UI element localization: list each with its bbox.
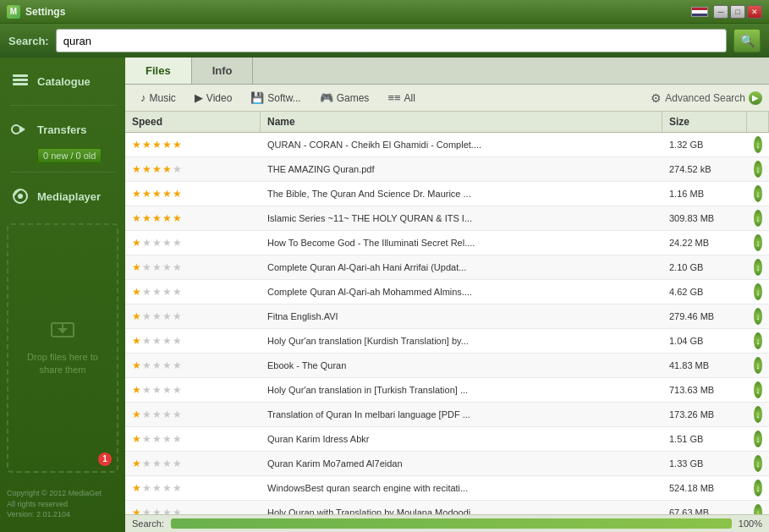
cell-download[interactable]: ↓ <box>747 354 769 377</box>
star-3: ★ <box>152 163 162 175</box>
star-1: ★ <box>132 212 141 224</box>
download-button[interactable]: ↓ <box>754 455 762 472</box>
advanced-search[interactable]: ⚙ Advanced Search ▶ <box>651 91 762 105</box>
star-3: ★ <box>152 409 162 420</box>
cell-download[interactable]: ↓ <box>747 304 769 328</box>
star-4: ★ <box>162 163 172 175</box>
header-name: Name <box>261 112 662 132</box>
cell-download[interactable]: ↓ <box>747 133 769 156</box>
table-row[interactable]: ★★★★★ Translation of Quran In melbari la… <box>125 403 769 427</box>
download-button[interactable]: ↓ <box>754 259 762 276</box>
maximize-button[interactable]: □ <box>730 5 745 19</box>
cell-download[interactable]: ↓ <box>747 206 769 230</box>
cell-size: 1.16 MB <box>662 182 747 206</box>
cell-speed: ★★★★★ <box>125 255 261 279</box>
cat-software[interactable]: 💾 Softw... <box>242 88 309 107</box>
download-button[interactable]: ↓ <box>754 210 762 227</box>
star-5: ★ <box>173 507 182 514</box>
table-row[interactable]: ★★★★★ Ebook - The Quran 41.83 MB ↓ <box>125 354 769 378</box>
download-button[interactable]: ↓ <box>754 283 762 300</box>
cell-name: Holy Qur'an translation in [Turkish Tran… <box>261 378 662 402</box>
table-row[interactable]: ★★★★★ The Bible, The Quran And Science D… <box>125 182 769 206</box>
star-1: ★ <box>132 310 141 322</box>
cat-music[interactable]: ♪ Music <box>132 88 184 107</box>
star-2: ★ <box>142 433 151 445</box>
minimize-button[interactable]: ─ <box>713 5 728 19</box>
star-rating: ★★★★★ <box>132 261 182 273</box>
cat-games[interactable]: 🎮 Games <box>311 88 378 107</box>
cell-download[interactable]: ↓ <box>747 501 769 514</box>
cell-download[interactable]: ↓ <box>747 329 769 353</box>
sidebar-item-mediaplayer[interactable]: Mediaplayer <box>0 179 125 213</box>
search-label: Search: <box>8 35 49 47</box>
star-rating: ★★★★★ <box>132 409 182 420</box>
search-input[interactable] <box>56 29 727 52</box>
search-button[interactable]: 🔍 <box>733 29 761 52</box>
table-row[interactable]: ★★★★★ QURAN - CORAN - Cheikh El Ghamidi … <box>125 133 769 157</box>
cell-name: How To Become God - The Illuminati Secre… <box>261 231 662 255</box>
star-1: ★ <box>132 458 141 469</box>
star-1: ★ <box>132 409 141 420</box>
download-button[interactable]: ↓ <box>754 332 762 349</box>
table-row[interactable]: ★★★★★ Complete Quran Al-Qari-ah Mohammed… <box>125 280 769 304</box>
star-rating: ★★★★★ <box>132 286 182 298</box>
close-button[interactable]: ✕ <box>747 5 762 19</box>
table-row[interactable]: ★★★★★ Holy Quran with Translation by Mou… <box>125 501 769 514</box>
download-button[interactable]: ↓ <box>754 185 762 202</box>
table-row[interactable]: ★★★★★ Holy Qur'an translation in [Turkis… <box>125 378 769 403</box>
cell-download[interactable]: ↓ <box>747 182 769 206</box>
download-button[interactable]: ↓ <box>754 234 762 251</box>
cell-name: The Bible, The Quran And Science Dr. Mau… <box>261 182 662 206</box>
cell-download[interactable]: ↓ <box>747 427 769 451</box>
star-1: ★ <box>132 335 141 347</box>
cell-name: Holy Quran with Translation by Moulana M… <box>261 501 662 514</box>
cell-download[interactable]: ↓ <box>747 231 769 255</box>
star-5: ★ <box>173 237 182 249</box>
download-button[interactable]: ↓ <box>754 431 762 447</box>
sidebar-item-transfers[interactable]: Transfers <box>0 112 125 146</box>
table-row[interactable]: ★★★★★ Islamic Series ~11~ THE HOLY QURAN… <box>125 206 769 231</box>
table-row[interactable]: ★★★★★ Quran Karim Idress Abkr 1.51 GB ↓ <box>125 427 769 452</box>
download-button[interactable]: ↓ <box>754 136 762 153</box>
results-table[interactable]: Speed Name Size ★★★★★ QURAN - CORAN - Ch… <box>125 112 769 514</box>
star-4: ★ <box>162 310 172 322</box>
download-button[interactable]: ↓ <box>754 161 762 178</box>
cell-name: WindowsBest quran search engine with rec… <box>261 476 662 500</box>
cat-all[interactable]: ≡≡ All <box>379 88 424 107</box>
download-button[interactable]: ↓ <box>754 357 762 374</box>
star-2: ★ <box>142 409 151 420</box>
tab-info[interactable]: Info <box>192 58 254 84</box>
search-bar: Search: 🔍 <box>0 24 769 58</box>
download-button[interactable]: ↓ <box>754 480 762 496</box>
cell-size: 24.22 MB <box>662 231 747 255</box>
star-5: ★ <box>173 212 182 224</box>
table-row[interactable]: ★★★★★ Quran Karim Mo7amed Al7eidan 1.33 … <box>125 452 769 476</box>
table-row[interactable]: ★★★★★ WindowsBest quran search engine wi… <box>125 476 769 501</box>
cell-download[interactable]: ↓ <box>747 280 769 304</box>
table-row[interactable]: ★★★★★ Fitna English.AVI 279.46 MB ↓ <box>125 304 769 329</box>
cell-download[interactable]: ↓ <box>747 476 769 500</box>
table-row[interactable]: ★★★★★ Complete Quran Al-Qari-ah Hani Arr… <box>125 255 769 280</box>
cat-video[interactable]: ▶ Video <box>186 88 240 107</box>
cell-download[interactable]: ↓ <box>747 378 769 402</box>
cell-download[interactable]: ↓ <box>747 157 769 181</box>
download-button[interactable]: ↓ <box>754 504 762 514</box>
download-button[interactable]: ↓ <box>754 381 762 398</box>
download-button[interactable]: ↓ <box>754 308 762 325</box>
cell-download[interactable]: ↓ <box>747 403 769 426</box>
table-row[interactable]: ★★★★★ THE AMAZING Quran.pdf 274.52 kB ↓ <box>125 157 769 182</box>
star-5: ★ <box>173 384 182 396</box>
sidebar-item-catalogue[interactable]: Catalogue <box>0 64 125 98</box>
star-5: ★ <box>173 433 182 445</box>
table-row[interactable]: ★★★★★ How To Become God - The Illuminati… <box>125 231 769 255</box>
cell-speed: ★★★★★ <box>125 182 261 206</box>
table-row[interactable]: ★★★★★ Holy Qur'an translation [Kurdish T… <box>125 329 769 354</box>
tab-files[interactable]: Files <box>125 58 192 84</box>
cell-size: 41.83 MB <box>662 354 747 377</box>
star-rating: ★★★★★ <box>132 482 182 494</box>
star-2: ★ <box>142 139 151 151</box>
drop-zone[interactable]: Drop files here to share them 1 <box>7 223 118 473</box>
cell-download[interactable]: ↓ <box>747 255 769 279</box>
download-button[interactable]: ↓ <box>754 406 762 423</box>
cell-download[interactable]: ↓ <box>747 452 769 475</box>
